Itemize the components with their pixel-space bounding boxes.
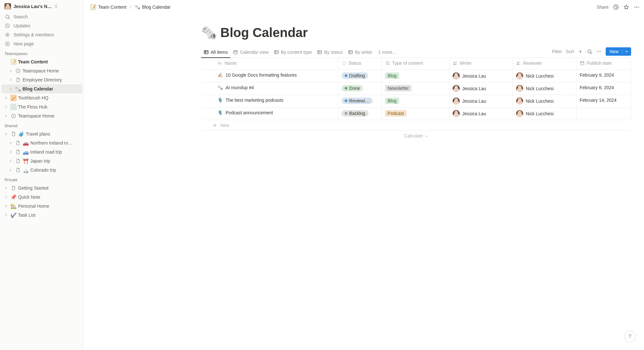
nav-updates[interactable]: Updates <box>1 21 82 30</box>
cell-name[interactable]: ✍🏻 10 Google Docs formatting features <box>214 70 338 82</box>
cell-writer[interactable]: Jessica Lau <box>449 107 513 120</box>
table-row[interactable]: 🗞️ AI roundup #4 Done Newsletter Jessica… <box>201 82 631 95</box>
chevron-right-icon[interactable] <box>8 77 14 83</box>
cell-name[interactable]: 🎙️ Podcast announcement <box>214 107 338 120</box>
chevron-right-icon[interactable] <box>8 68 14 74</box>
cell-reviewer[interactable]: Nick Lucchesi <box>513 107 576 120</box>
help-button[interactable]: ? <box>624 331 636 342</box>
chevron-right-icon[interactable] <box>3 104 9 110</box>
sidebar-item[interactable]: Employee Directory <box>1 75 82 84</box>
chevron-right-icon[interactable] <box>3 95 9 101</box>
updates-button[interactable] <box>613 4 619 10</box>
cell-publish-date[interactable] <box>576 107 631 120</box>
cell-status[interactable]: Done <box>338 82 381 95</box>
page-title-text[interactable]: Blog Calendar <box>220 25 308 40</box>
view-tab[interactable]: By content type <box>271 48 315 58</box>
cell-writer[interactable]: Jessica Lau <box>449 82 513 95</box>
column-header[interactable]: Status <box>338 58 381 70</box>
column-header[interactable]: Type of content <box>382 58 449 70</box>
cell-type[interactable]: Newsletter <box>382 82 449 95</box>
table-row[interactable]: ✍🏻 10 Google Docs formatting features Dr… <box>201 70 631 82</box>
section-teamspaces: Teamspaces <box>1 48 82 57</box>
cell-status[interactable]: Backlog <box>338 107 381 120</box>
favorite-button[interactable] <box>623 4 629 10</box>
sidebar-item[interactable]: 📝 Team Content <box>1 57 82 66</box>
column-header[interactable]: Publish date <box>576 58 631 70</box>
view-tab[interactable]: By status <box>314 48 345 58</box>
cell-name[interactable]: 🎙️ The best marketing podcasts <box>214 95 338 107</box>
sidebar: Jessica Lau's N… Search Updates Settings… <box>0 0 84 350</box>
cell-status[interactable]: Reviewi… <box>338 95 381 107</box>
cell-writer[interactable]: Jessica Lau <box>449 70 513 82</box>
page-title[interactable]: 🗞️ Blog Calendar <box>201 25 631 40</box>
chevron-right-icon[interactable] <box>3 194 9 200</box>
sidebar-item[interactable]: 🪥 Toothbrush HQ <box>1 93 82 102</box>
table-row[interactable]: 🎙️ Podcast announcement Backlog Podcast … <box>201 107 631 120</box>
status-dot-icon <box>345 74 347 77</box>
sidebar-item[interactable]: 🦷 The Floss Hub <box>1 102 82 111</box>
filter-button[interactable]: Filter <box>552 49 562 54</box>
cell-status[interactable]: Drafting <box>338 70 381 82</box>
cell-type[interactable]: Podcast <box>382 107 449 120</box>
nav-search[interactable]: Search <box>1 12 82 21</box>
cell-type[interactable]: Blog <box>382 95 449 107</box>
chevron-right-icon[interactable] <box>8 158 14 164</box>
chevron-right-icon[interactable] <box>8 140 14 146</box>
share-button[interactable]: Share <box>597 5 609 10</box>
cell-publish-date[interactable]: February 9, 2024 <box>576 70 631 82</box>
chevron-down-icon[interactable] <box>3 131 9 137</box>
page-title-icon[interactable]: 🗞️ <box>201 25 217 40</box>
sidebar-item[interactable]: 🗞️ Blog Calendar <box>1 84 82 93</box>
column-header[interactable]: Reviewer <box>513 58 576 70</box>
view-tab-label: All items <box>211 50 228 55</box>
cell-publish-date[interactable]: February 6, 2024 <box>576 82 631 95</box>
sidebar-item[interactable]: 🏔️ Colorado trip <box>1 166 82 175</box>
add-row-button[interactable]: New <box>201 120 631 131</box>
automations-button[interactable] <box>578 49 583 54</box>
sidebar-item[interactable]: Teamspace Home <box>1 111 82 120</box>
more-button[interactable] <box>634 4 639 10</box>
sidebar-item[interactable]: Teamspace Home <box>1 66 82 75</box>
cell-publish-date[interactable]: February 14, 2024 <box>576 95 631 107</box>
view-tab[interactable]: Calendar view <box>230 48 271 58</box>
cell-writer[interactable]: Jessica Lau <box>449 95 513 107</box>
status-column-icon <box>341 61 347 66</box>
chevron-right-icon[interactable] <box>3 212 9 218</box>
document-icon <box>15 158 21 164</box>
nav-settings[interactable]: Settings & members <box>1 30 82 39</box>
breadcrumb-item[interactable]: 🗞️Blog Calendar <box>133 4 172 11</box>
sidebar-item[interactable]: ⛩️ Japan trip <box>1 156 82 166</box>
breadcrumb-item[interactable]: 📝Team Content <box>88 3 128 11</box>
new-row-button[interactable]: New <box>606 47 631 56</box>
view-tab[interactable]: All items <box>201 48 230 58</box>
calculate-row[interactable]: Calculate <box>201 131 631 141</box>
workspace-switcher[interactable]: Jessica Lau's N… <box>1 2 82 12</box>
cell-name[interactable]: 🗞️ AI roundup #4 <box>214 82 338 95</box>
column-header[interactable]: Name <box>214 58 338 70</box>
chevron-right-icon[interactable] <box>3 185 9 191</box>
cell-reviewer[interactable]: Nick Lucchesi <box>513 70 576 82</box>
sidebar-item[interactable]: Getting Started <box>1 184 82 193</box>
view-tab[interactable]: By writer <box>345 48 375 58</box>
nav-new-page[interactable]: New page <box>1 39 82 48</box>
chevron-right-icon[interactable] <box>8 149 14 155</box>
chevron-right-icon[interactable] <box>3 113 9 119</box>
sort-button[interactable]: Sort <box>566 49 574 54</box>
chevron-right-icon[interactable] <box>8 167 14 173</box>
cell-reviewer[interactable]: Nick Lucchesi <box>513 95 576 107</box>
table-row[interactable]: 🎙️ The best marketing podcasts Reviewi… … <box>201 95 631 107</box>
sidebar-item[interactable]: 🏡 Personal Home <box>1 202 82 211</box>
views-more[interactable]: 1 more… <box>376 48 399 57</box>
search-db-button[interactable] <box>587 49 592 54</box>
sidebar-item[interactable]: ✔️ Task List <box>1 211 82 220</box>
column-header[interactable]: Writer <box>449 58 513 70</box>
sidebar-item[interactable]: 🚙 Ireland road trip <box>1 147 82 156</box>
cell-type[interactable]: Blog <box>382 70 449 82</box>
chevron-right-icon[interactable] <box>3 203 9 209</box>
cell-reviewer[interactable]: Nick Lucchesi <box>513 82 576 95</box>
db-more-button[interactable] <box>596 49 602 54</box>
sidebar-item[interactable]: 📌 Quick Note <box>1 193 82 202</box>
sidebar-item[interactable]: 🚗 Northern Ireland ro… <box>1 138 82 147</box>
sidebar-item[interactable]: 🧳 Travel plans <box>1 129 82 138</box>
chevron-right-icon[interactable] <box>8 86 14 92</box>
